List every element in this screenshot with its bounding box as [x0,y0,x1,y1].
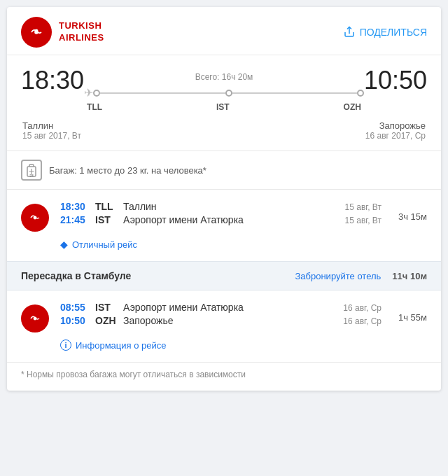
route-line-seg-1 [100,92,225,94]
total-duration-label: Всего: 16ч 20м [195,72,253,82]
transfer-row: Пересадка в Стамбуле Забронируйте отель … [7,261,441,290]
segment-2: 08:55 IST Аэропорт имени Ататюрка 16 авг… [7,290,441,362]
svg-point-10 [34,317,37,321]
seg1-arr-line: 21:45 IST Аэропорт имени Ататюрка 15 авг… [60,214,382,225]
dep-city-date: Таллин 15 авг 2017, Вт [22,118,81,141]
quality-badge: ◆ Отличный рейс [21,239,427,250]
route-code-tll: TLL [87,102,102,112]
seg1-dep-code: TLL [95,201,118,212]
segment-1-row: 18:30 TLL Таллин 15 авг, Вт 21:45 IST Аэ… [21,201,427,232]
seg1-stops: 18:30 TLL Таллин 15 авг, Вт 21:45 IST Аэ… [60,201,382,225]
diamond-icon: ◆ [60,239,68,250]
route-line-seg-2 [232,92,357,94]
airline-name: TURKISH AIRLINES [59,20,104,44]
seg2-dep-line: 08:55 IST Аэропорт имени Ататюрка 16 авг… [60,302,382,313]
seg2-arr-city: Запорожье [123,315,173,326]
seg2-duration: 1ч 55м [393,312,427,323]
card-header: TURKISH AIRLINES ПОДЕЛИТЬСЯ [7,7,441,55]
middle-section: Всего: 16ч 20м ✈ TLL IST OZH [84,68,364,112]
svg-point-8 [34,216,37,220]
svg-text:23: 23 [29,174,34,178]
arrival-time: 10:50 [364,68,427,93]
route-line: ✈ [84,86,364,99]
book-hotel-link[interactable]: Забронируйте отель [295,271,381,281]
seg1-airline-logo [21,204,49,232]
flight-times-row: 18:30 Всего: 16ч 20м ✈ TLL IST OZH [21,68,427,112]
seg2-dep-city: Аэропорт имени Ататюрка [123,302,244,313]
baggage-text: Багаж: 1 место до 23 кг. на человека* [49,165,206,176]
route-codes: TLL IST OZH [84,102,364,112]
seg1-arr-time: 21:45 [60,214,90,225]
quality-label: Отличный рейс [72,239,137,250]
info-circle-icon: i [60,340,71,351]
info-link[interactable]: i Информация о рейсе [21,340,427,351]
info-label: Информация о рейсе [76,340,167,351]
transfer-right: Забронируйте отель 11ч 10м [295,271,427,281]
seg2-dep-date: 16 авг, Ср [343,303,382,313]
seg2-arr-code: OZH [95,315,118,326]
seg2-stops: 08:55 IST Аэропорт имени Ататюрка 16 авг… [60,302,382,326]
seg2-airline-logo [21,304,49,332]
seg1-dep-line: 18:30 TLL Таллин 15 авг, Вт [60,201,382,212]
seg2-dep-time: 08:55 [60,302,90,313]
share-button[interactable]: ПОДЕЛИТЬСЯ [343,26,427,38]
baggage-badge: 23 [21,160,42,181]
airline-logo-circle [21,17,52,48]
route-code-ozh: OZH [344,102,361,112]
baggage-row: 23 Багаж: 1 место до 23 кг. на человека* [7,151,441,190]
seg1-dep-date: 15 авг, Вт [345,202,382,212]
seg2-info: 08:55 IST Аэропорт имени Ататюрка 16 авг… [60,302,382,326]
seg2-dep-code: IST [95,302,118,313]
route-dot-2 [225,90,232,97]
seg1-info: 18:30 TLL Таллин 15 авг, Вт 21:45 IST Аэ… [60,201,382,225]
departure-time: 18:30 [21,68,84,93]
seg1-dep-city: Таллин [123,201,157,212]
arr-city-date: Запорожье 16 авг 2017, Ср [365,118,426,141]
route-code-ist: IST [216,102,230,112]
city-dates-row: Таллин 15 авг 2017, Вт Запорожье 16 авг … [21,118,427,141]
airline-logo-area: TURKISH AIRLINES [21,17,104,48]
seg1-duration: 3ч 15м [393,211,427,222]
transfer-duration: 11ч 10м [392,271,427,281]
seg1-dep-time: 18:30 [60,201,90,212]
flight-summary: 18:30 Всего: 16ч 20м ✈ TLL IST OZH [7,55,441,151]
transfer-label: Пересадка в Стамбуле [21,270,131,281]
seg2-arr-date: 16 авг, Ср [343,316,382,326]
seg2-arr-line: 10:50 OZH Запорожье 16 авг, Ср [60,315,382,326]
departure-block: 18:30 [21,68,84,93]
seg1-arr-city: Аэропорт имени Ататюрка [123,214,244,225]
seg2-arr-time: 10:50 [60,315,90,326]
segment-2-row: 08:55 IST Аэропорт имени Ататюрка 16 авг… [21,302,427,332]
route-dot-1 [93,90,100,97]
seg1-arr-code: IST [95,214,118,225]
footer-note: * Нормы провоза багажа могут отличаться … [7,362,441,391]
segment-1: 18:30 TLL Таллин 15 авг, Вт 21:45 IST Аэ… [7,190,441,261]
route-dot-3 [357,90,364,97]
seg1-arr-date: 15 авг, Вт [345,216,382,225]
arrival-block: 10:50 [364,68,427,93]
flight-card: TURKISH AIRLINES ПОДЕЛИТЬСЯ 18:30 Всего:… [7,7,441,391]
plane-icon: ✈ [84,86,93,99]
